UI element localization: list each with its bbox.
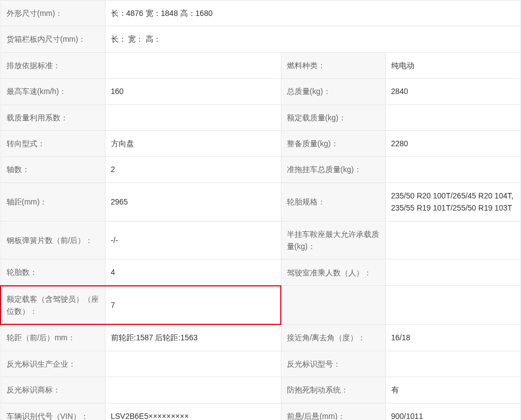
row-steering-curb: 转向型式： 方向盘 整备质量(kg)： 2280 <box>1 130 521 156</box>
value-saddle-load <box>385 221 521 259</box>
label-axle-count: 轴数： <box>1 157 105 183</box>
value-dimensions: 长：4876 宽：1848 高：1680 <box>105 1 521 26</box>
label-tire-spec: 轮胎规格： <box>281 183 385 221</box>
row-refl-mfr-model: 反光标识生产企业： 反光标识型号： <box>1 351 521 377</box>
value-trailer-mass <box>385 157 521 183</box>
value-overhang: 900/1011 <box>385 403 521 420</box>
row-loadfactor-ratedload: 载质量利用系数： 额定载质量(kg)： <box>1 104 521 130</box>
label-cab-seats: 驾驶室准乘人数（人）： <box>281 259 385 286</box>
row-speed-gvm: 最高车速(km/h)： 160 总质量(kg)： 2840 <box>1 79 521 104</box>
label-fuel-type: 燃料种类： <box>281 52 385 78</box>
row-vin-overhang: 车辆识别代号（VIN）： LSV2B6E5××××××××× 前悬/后悬(mm)… <box>1 403 521 420</box>
label-trailer-mass: 准拖挂车总质量(kg)： <box>281 157 385 183</box>
value-load-factor <box>105 104 281 130</box>
row-spring-saddle: 钢板弹簧片数（前/后）： -/- 半挂车鞍座最大允许承载质量(kg)： <box>1 221 521 259</box>
value-tire-count: 4 <box>105 259 281 286</box>
label-refl-brand: 反光标识商标： <box>1 377 105 403</box>
value-wheelbase: 2965 <box>105 183 281 221</box>
value-steering: 方向盘 <box>105 130 281 156</box>
label-steering: 转向型式： <box>1 130 105 156</box>
value-gross-mass: 2840 <box>385 79 521 104</box>
label-leaf-spring: 钢板弹簧片数（前/后）： <box>1 221 105 259</box>
value-rated-seats: 7 <box>105 286 281 325</box>
row-track-angles: 轮距（前/后）mm： 前轮距:1587 后轮距:1563 接近角/离去角（度）：… <box>1 324 521 351</box>
empty-value <box>385 286 521 325</box>
label-vin: 车辆识别代号（VIN）： <box>1 403 105 420</box>
label-abs: 防抱死制动系统： <box>281 377 385 403</box>
label-wheelbase: 轴距(mm)： <box>1 183 105 221</box>
label-dimensions: 外形尺寸(mm)： <box>1 1 105 26</box>
value-emission-standard <box>105 52 281 78</box>
value-refl-mfr <box>105 351 281 377</box>
label-refl-model: 反光标识型号： <box>281 351 385 377</box>
label-gross-mass: 总质量(kg)： <box>281 79 385 104</box>
label-refl-mfr: 反光标识生产企业： <box>1 351 105 377</box>
label-emission-standard: 排放依据标准： <box>1 52 105 78</box>
value-vin: LSV2B6E5××××××××× <box>105 403 281 420</box>
row-axles-trailer: 轴数： 2 准拖挂车总质量(kg)： <box>1 157 521 183</box>
row-emission-fuel: 排放依据标准： 燃料种类： 纯电动 <box>1 52 521 78</box>
label-rated-load: 额定载质量(kg)： <box>281 104 385 130</box>
label-overhang: 前悬/后悬(mm)： <box>281 403 385 420</box>
row-reflbrand-abs: 反光标识商标： 防抱死制动系统： 有 <box>1 377 521 403</box>
row-dimensions: 外形尺寸(mm)： 长：4876 宽：1848 高：1680 <box>1 1 521 26</box>
spec-table: 外形尺寸(mm)： 长：4876 宽：1848 高：1680 货箱栏板内尺寸(m… <box>0 0 521 420</box>
value-refl-model <box>385 351 521 377</box>
value-track: 前轮距:1587 后轮距:1563 <box>105 324 281 351</box>
label-saddle-load: 半挂车鞍座最大允许承载质量(kg)： <box>281 221 385 259</box>
label-curb-mass: 整备质量(kg)： <box>281 130 385 156</box>
value-cab-seats <box>385 259 521 286</box>
label-track: 轮距（前/后）mm： <box>1 324 105 351</box>
row-cargo-dims: 货箱栏板内尺寸(mm)： 长： 宽： 高： <box>1 26 521 52</box>
label-cargo-dims: 货箱栏板内尺寸(mm)： <box>1 26 105 52</box>
value-leaf-spring: -/- <box>105 221 281 259</box>
value-fuel-type: 纯电动 <box>385 52 521 78</box>
label-tire-count: 轮胎数： <box>1 259 105 286</box>
value-axle-count: 2 <box>105 157 281 183</box>
value-cargo-dims: 长： 宽： 高： <box>105 26 521 52</box>
row-wheelbase-tires: 轴距(mm)： 2965 轮胎规格： 235/50 R20 100T/265/4… <box>1 183 521 221</box>
value-approach-angle: 16/18 <box>385 324 521 351</box>
value-refl-brand <box>105 377 281 403</box>
value-tire-spec: 235/50 R20 100T/265/45 R20 104T,235/55 R… <box>385 183 521 221</box>
label-max-speed: 最高车速(km/h)： <box>1 79 105 104</box>
row-rated-seats: 额定载客（含驾驶员）（座位数）： 7 <box>1 286 521 325</box>
empty-label <box>281 286 385 325</box>
label-load-factor: 载质量利用系数： <box>1 104 105 130</box>
value-abs: 有 <box>385 377 521 403</box>
label-approach-angle: 接近角/离去角（度）： <box>281 324 385 351</box>
value-curb-mass: 2280 <box>385 130 521 156</box>
row-tirecount-cabseats: 轮胎数： 4 驾驶室准乘人数（人）： <box>1 259 521 286</box>
label-rated-seats: 额定载客（含驾驶员）（座位数）： <box>1 286 105 325</box>
value-rated-load <box>385 104 521 130</box>
value-max-speed: 160 <box>105 79 281 104</box>
